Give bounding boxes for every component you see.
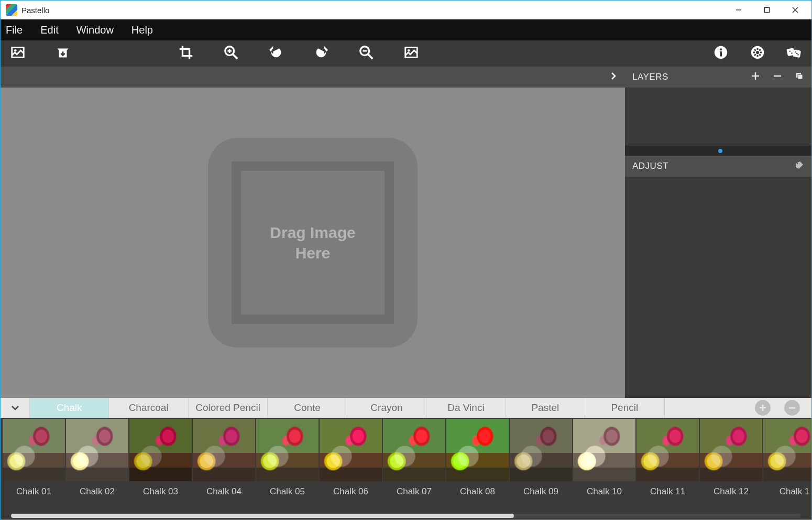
preset-thumb[interactable]: Chalk 11 — [637, 419, 699, 512]
layers-panel-header: LAYERS — [625, 67, 811, 88]
tab-crayon[interactable]: Crayon — [347, 398, 426, 418]
crop-icon[interactable] — [178, 45, 194, 62]
preset-thumb-label: Chalk 02 — [66, 481, 128, 502]
close-button[interactable] — [781, 1, 809, 19]
svg-rect-1 — [765, 8, 770, 13]
minimize-button[interactable] — [725, 1, 753, 19]
tab-pencil[interactable]: Pencil — [585, 398, 664, 418]
preset-thumb-label: Chalk 05 — [256, 481, 319, 502]
collapse-panel-icon[interactable] — [609, 72, 618, 82]
open-image-icon[interactable] — [10, 45, 26, 62]
thumbnail-scrollbar[interactable] — [1, 512, 811, 519]
app-title: Pastello — [21, 6, 49, 15]
remove-layer-icon[interactable] — [773, 71, 782, 83]
thumb-zoom-in-button[interactable]: + — [755, 400, 771, 416]
preset-thumb[interactable]: Chalk 07 — [383, 419, 445, 512]
preset-thumb-image — [129, 419, 192, 481]
preset-thumb[interactable]: Chalk 03 — [129, 419, 192, 512]
svg-line-6 — [233, 55, 237, 59]
thumb-zoom-controls: + − — [743, 398, 811, 418]
menu-edit[interactable]: Edit — [40, 24, 58, 36]
thumbnail-strip[interactable]: Chalk 01 Chalk 02 Chalk 03 Chalk 04 Chal… — [1, 418, 811, 512]
preset-thumb[interactable]: Chalk 08 — [446, 419, 509, 512]
tab-conte[interactable]: Conte — [268, 398, 347, 418]
preset-thumb-label: Chalk 06 — [320, 481, 382, 502]
svg-line-10 — [368, 55, 372, 59]
info-icon[interactable] — [713, 45, 729, 62]
menu-window[interactable]: Window — [76, 24, 114, 36]
preset-thumb-label: Chalk 1 — [763, 481, 811, 502]
preset-thumb-image — [193, 419, 255, 481]
drop-target[interactable]: Drag Image Here — [208, 138, 418, 348]
duplicate-layer-icon[interactable] — [795, 71, 804, 83]
preset-thumb-label: Chalk 08 — [446, 481, 509, 502]
undo-icon[interactable] — [268, 45, 284, 62]
menu-help[interactable]: Help — [131, 24, 153, 36]
preset-thumb-image — [763, 419, 811, 481]
tab-charcoal[interactable]: Charcoal — [109, 398, 188, 418]
thumb-zoom-out-button[interactable]: − — [784, 400, 800, 416]
preset-thumb[interactable]: Chalk 05 — [256, 419, 319, 512]
svg-point-30 — [795, 51, 796, 52]
preset-thumb-label: Chalk 10 — [573, 481, 635, 502]
layers-slider[interactable] — [625, 146, 811, 156]
preset-thumb-image — [256, 419, 319, 481]
svg-rect-18 — [756, 48, 758, 50]
dice-icon[interactable] — [786, 45, 802, 62]
drop-target-inner: Drag Image Here — [232, 161, 394, 324]
preset-thumb[interactable]: Chalk 12 — [700, 419, 762, 512]
svg-point-12 — [408, 49, 410, 52]
canvas-body[interactable]: Drag Image Here — [1, 88, 625, 398]
preset-tabs: Chalk Charcoal Colored Pencil Conte Cray… — [1, 398, 811, 418]
adjust-body — [625, 177, 811, 398]
maximize-button[interactable] — [753, 1, 781, 19]
canvas-header — [1, 67, 625, 88]
svg-rect-37 — [798, 74, 803, 79]
svg-point-38 — [797, 162, 798, 164]
preset-thumb-image — [320, 419, 382, 481]
preset-thumb-image — [66, 419, 128, 481]
titlebar: Pastello — [1, 1, 811, 19]
svg-rect-19 — [756, 55, 758, 57]
canvas-area: Drag Image Here — [1, 67, 625, 398]
preset-thumb[interactable]: Chalk 10 — [573, 419, 635, 512]
preset-thumb-label: Chalk 04 — [193, 481, 255, 502]
preset-thumb-image — [446, 419, 509, 481]
preset-thumb[interactable]: Chalk 06 — [320, 419, 382, 512]
redo-icon[interactable] — [313, 45, 329, 62]
tab-chalk[interactable]: Chalk — [30, 398, 109, 418]
settings-icon[interactable] — [750, 45, 765, 62]
adjust-tag-icon[interactable] — [795, 160, 804, 172]
toolbar — [1, 40, 811, 67]
preset-thumb[interactable]: Chalk 02 — [66, 419, 128, 512]
save-icon[interactable] — [55, 45, 71, 62]
preset-thumb-image — [510, 419, 572, 481]
svg-point-14 — [720, 48, 722, 50]
svg-point-29 — [791, 52, 792, 53]
right-panel: LAYERS ADJUST — [625, 67, 811, 398]
preset-thumb[interactable]: Chalk 09 — [510, 419, 572, 512]
window-controls — [725, 1, 809, 19]
preset-thumb-label: Chalk 12 — [700, 481, 762, 502]
preset-thumb[interactable]: Chalk 01 — [3, 419, 65, 512]
preset-thumb-label: Chalk 09 — [510, 481, 572, 502]
layers-title: LAYERS — [632, 72, 668, 82]
preset-thumb[interactable]: Chalk 04 — [193, 419, 255, 512]
preset-dropdown-button[interactable] — [1, 398, 30, 418]
layers-body — [625, 88, 811, 146]
main-area: Drag Image Here LAYERS ADJUST — [1, 67, 811, 398]
fit-screen-icon[interactable] — [403, 45, 419, 62]
tab-colored-pencil[interactable]: Colored Pencil — [189, 398, 268, 418]
svg-point-17 — [756, 51, 759, 54]
preset-thumb[interactable]: Chalk 1 — [763, 419, 811, 512]
preset-thumb-label: Chalk 11 — [637, 481, 699, 502]
preset-thumb-image — [383, 419, 445, 481]
preset-thumb-image — [637, 419, 699, 481]
menu-file[interactable]: File — [6, 24, 23, 36]
zoom-in-icon[interactable] — [223, 45, 239, 62]
add-layer-icon[interactable] — [751, 71, 760, 83]
svg-rect-20 — [753, 52, 755, 53]
tab-da-vinci[interactable]: Da Vinci — [426, 398, 506, 418]
zoom-out-icon[interactable] — [358, 45, 374, 62]
tab-pastel[interactable]: Pastel — [506, 398, 585, 418]
